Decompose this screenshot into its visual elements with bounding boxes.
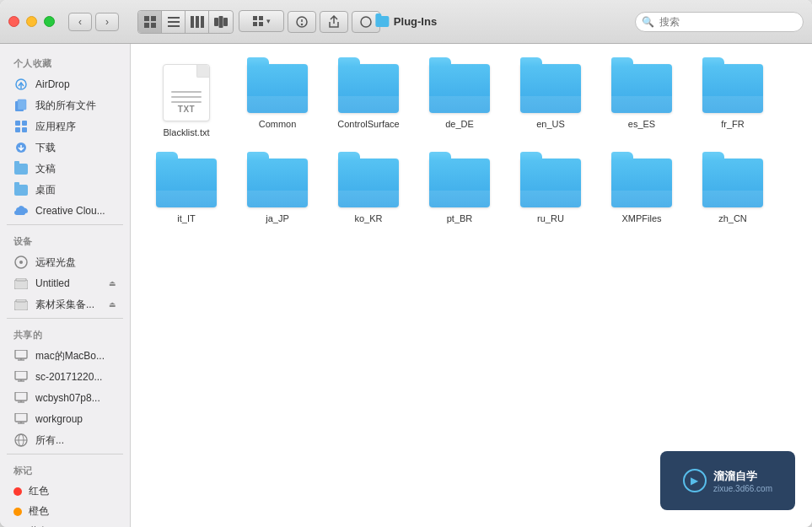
file-name-ja-jp: ja_JP xyxy=(266,212,289,224)
sc2017-label: sc-20171220... xyxy=(35,371,102,383)
title-area: Plug-Ins xyxy=(375,15,437,28)
sidebar-item-wcbysh[interactable]: wcbysh07p8... xyxy=(3,388,126,408)
sidebar-item-untitled[interactable]: Untitled ⏏ xyxy=(3,273,126,293)
sidebar-item-allfiles[interactable]: 我的所有文件 xyxy=(3,95,126,116)
action-button[interactable] xyxy=(288,11,316,33)
file-item-fr-fr[interactable]: fr_FR xyxy=(691,57,775,145)
column-view-button[interactable] xyxy=(186,11,209,33)
sidebar-item-airdrop[interactable]: AirDrop xyxy=(3,74,126,94)
capture-icon xyxy=(13,297,29,312)
folder-icon-xmpfiles xyxy=(611,159,672,207)
back-button[interactable]: ‹ xyxy=(68,13,92,31)
svg-rect-8 xyxy=(196,16,199,28)
orange-tag-label: 橙色 xyxy=(29,504,49,519)
downloads-icon xyxy=(13,140,29,155)
svg-rect-36 xyxy=(15,350,27,358)
file-name-ko-kr: ko_KR xyxy=(354,212,382,224)
svg-rect-12 xyxy=(223,18,228,26)
svg-rect-42 xyxy=(15,392,27,401)
all-icon xyxy=(13,433,29,448)
watermark-text: 溜溜自学 zixue.3d66.com xyxy=(713,469,772,493)
sidebar-item-all[interactable]: 所有... xyxy=(3,430,126,450)
folder-icon-es-es xyxy=(611,64,672,113)
svg-rect-27 xyxy=(15,127,20,132)
sidebar-item-tag-yellow[interactable]: 黄色 xyxy=(3,522,126,527)
forward-button[interactable]: › xyxy=(95,13,119,31)
svg-rect-45 xyxy=(15,413,27,422)
file-item-blacklist[interactable]: TXT Blacklist.txt xyxy=(144,57,229,145)
file-item-en-us[interactable]: en_US xyxy=(508,57,593,145)
folder-icon-fr-fr xyxy=(702,64,763,113)
svg-rect-16 xyxy=(259,22,263,26)
list-view-button[interactable] xyxy=(162,11,186,33)
red-tag-dot xyxy=(13,487,22,496)
sidebar-item-sc2017[interactable]: sc-20171220... xyxy=(3,367,126,387)
sc2017-icon xyxy=(13,369,29,384)
desktop-label: 桌面 xyxy=(35,183,56,197)
folder-icon-zh-cn xyxy=(702,159,763,207)
svg-rect-0 xyxy=(144,16,149,21)
sidebar-item-remotedisk[interactable]: 远程光盘 xyxy=(3,252,126,272)
svg-rect-39 xyxy=(15,371,27,379)
file-item-ko-kr[interactable]: ko_KR xyxy=(326,152,411,231)
remotedisk-icon xyxy=(13,255,29,270)
untitled-icon xyxy=(13,276,29,291)
file-item-common[interactable]: Common xyxy=(235,57,320,145)
file-item-pt-br[interactable]: pt_BR xyxy=(417,152,502,231)
file-name-zh-cn: zh_CN xyxy=(718,212,747,224)
sidebar-item-downloads[interactable]: 下载 xyxy=(3,137,126,158)
svg-rect-2 xyxy=(144,23,149,28)
sidebar-item-tag-orange[interactable]: 橙色 xyxy=(3,502,126,521)
coverflow-view-button[interactable] xyxy=(209,11,233,33)
sidebar-item-capture[interactable]: 素材采集备... ⏏ xyxy=(3,294,126,315)
search-area: 🔍 xyxy=(635,12,804,32)
icon-view-button[interactable] xyxy=(138,11,162,33)
untitled-eject-icon[interactable]: ⏏ xyxy=(109,279,116,288)
untitled-label: Untitled xyxy=(35,277,70,289)
file-item-ru-ru[interactable]: ru_RU xyxy=(508,152,593,231)
watermark-line2: zixue.3d66.com xyxy=(713,484,772,493)
file-name-es-es: es_ES xyxy=(628,118,655,130)
sidebar-item-workgroup[interactable]: workgroup xyxy=(3,409,126,429)
titlebar: ‹ › xyxy=(0,0,812,44)
file-item-xmpfiles[interactable]: XMPFiles xyxy=(600,152,684,231)
watermark-overlay: ▶ 溜溜自学 zixue.3d66.com xyxy=(660,451,795,510)
sidebar-item-desktop[interactable]: 桌面 xyxy=(3,180,126,200)
svg-rect-10 xyxy=(214,18,218,26)
view-controls: ▾ xyxy=(136,10,284,34)
maximize-button[interactable] xyxy=(44,16,55,27)
file-item-ja-jp[interactable]: ja_JP xyxy=(235,152,320,231)
txt-file-icon: TXT xyxy=(163,64,210,121)
file-item-controlsurface[interactable]: ControlSurface xyxy=(326,57,411,145)
svg-point-19 xyxy=(302,24,303,24)
close-button[interactable] xyxy=(8,16,19,27)
sidebar-item-tag-red[interactable]: 红色 xyxy=(3,481,126,501)
personal-section-header: 个人收藏 xyxy=(0,51,130,73)
documents-label: 文稿 xyxy=(35,162,56,176)
sidebar-item-documents[interactable]: 文稿 xyxy=(3,159,126,179)
window-folder-icon xyxy=(375,16,389,27)
svg-rect-15 xyxy=(253,22,257,26)
file-item-zh-cn[interactable]: zh_CN xyxy=(691,152,775,231)
capture-eject-icon[interactable]: ⏏ xyxy=(109,300,116,309)
file-name-xmpfiles: XMPFiles xyxy=(621,212,661,224)
traffic-lights xyxy=(8,16,55,27)
file-item-es-es[interactable]: es_ES xyxy=(600,57,684,145)
file-name-blacklist: Blacklist.txt xyxy=(163,126,209,138)
sidebar-item-creativecloud[interactable]: Creative Clou... xyxy=(3,201,126,221)
share-button[interactable] xyxy=(320,11,348,33)
minimize-button[interactable] xyxy=(26,16,37,27)
creativecloud-icon xyxy=(13,203,29,218)
sidebar-item-macmacbo[interactable]: mac的MacBo... xyxy=(3,346,126,366)
sidebar-separator-1 xyxy=(7,224,123,225)
tags-section-header: 标记 xyxy=(0,458,130,481)
sidebar-item-apps[interactable]: 应用程序 xyxy=(3,116,126,137)
arrangement-button[interactable]: ▾ xyxy=(239,10,284,32)
search-input[interactable] xyxy=(635,12,804,32)
search-wrapper: 🔍 xyxy=(635,12,804,32)
svg-point-31 xyxy=(19,261,23,264)
file-name-ru-ru: ru_RU xyxy=(537,212,564,224)
file-item-it-it[interactable]: it_IT xyxy=(144,152,229,231)
file-item-de-de[interactable]: de_DE xyxy=(417,57,502,145)
wcbysh-icon xyxy=(13,390,29,406)
